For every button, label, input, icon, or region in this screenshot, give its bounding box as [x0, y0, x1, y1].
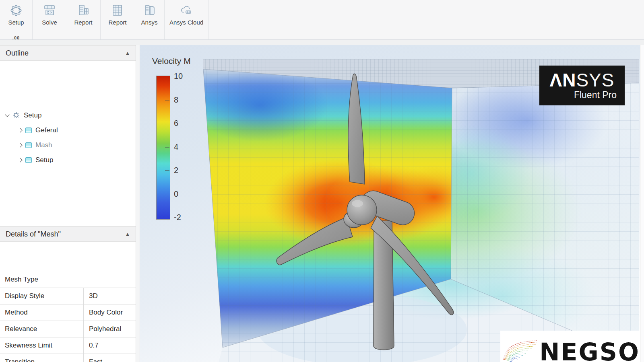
colorbar-tick: 0: [174, 189, 194, 199]
property-label: Mesh Type: [0, 272, 136, 288]
tree-item-label: Setup: [24, 111, 41, 119]
viewport-scrollbar[interactable]: [640, 45, 644, 362]
table-row[interactable]: Display Style 3D: [0, 288, 136, 304]
details-table: Mesh Type Display Style 3D Method Body C…: [0, 272, 136, 362]
ansys-product-name: Fluent Pro: [539, 90, 625, 101]
outline-tree: Setup Geferal Mash Setup: [0, 108, 136, 167]
module-icon: [25, 142, 32, 148]
collapse-triangle-icon[interactable]: ▲: [125, 50, 130, 56]
module-icon: [25, 128, 32, 133]
window-divider-strip: [0, 40, 644, 45]
tree-item-label: Setup: [35, 156, 53, 164]
property-label: Relevance: [0, 321, 83, 337]
toolbar-item-label: Ansys Cloud: [169, 19, 203, 26]
tree-item-geferal[interactable]: Geferal: [0, 123, 136, 138]
tree-item-setup-root[interactable]: Setup: [0, 108, 136, 123]
panel-divider: [140, 45, 140, 362]
colorbar-tickmark: [165, 100, 169, 101]
colorbar-tick: 2: [174, 166, 194, 175]
ansys-wordmark-bold: ΛN: [550, 70, 576, 90]
outline-title: Outline: [6, 49, 29, 58]
solve-tables-icon: [43, 4, 56, 17]
colorbar-tick: 6: [174, 119, 194, 128]
table-row[interactable]: Transition Fast: [0, 354, 136, 362]
property-label: Transition: [0, 354, 83, 362]
property-value[interactable]: Body Color: [83, 304, 136, 321]
table-row[interactable]: Method Body Color: [0, 304, 136, 321]
table-row[interactable]: Skewness Limit 0.7: [0, 337, 136, 354]
toolbar-separator: [208, 0, 208, 39]
chevron-right-icon[interactable]: [18, 158, 22, 162]
gear-dots-icon: [10, 4, 23, 17]
toolbar-item-label: Solve: [42, 19, 57, 26]
module-icon: [25, 157, 32, 163]
property-value[interactable]: Polyhedral: [83, 321, 136, 337]
table-row[interactable]: Mesh Type: [0, 272, 136, 288]
property-value[interactable]: 3D: [83, 288, 136, 304]
toolbar-item-ansys-cloud[interactable]: Ansys Cloud: [165, 0, 208, 39]
toolbar-item-setup[interactable]: Setup .00: [0, 0, 32, 39]
velocity-colorbar: [156, 76, 170, 220]
gear-icon: [12, 111, 20, 119]
tree-item-setup-child[interactable]: Setup: [0, 152, 136, 167]
toolbar-item-label: Report: [74, 19, 92, 26]
graphics-viewport[interactable]: Velocity M 10 8 6 4 2 0 -2 ΛNSYS Fluent …: [140, 45, 640, 362]
toolbar-item-report-1[interactable]: Report: [66, 0, 100, 39]
toolbar-item-label: Setup: [8, 19, 24, 26]
colorbar-tick: 8: [174, 95, 194, 105]
colorbar-tick: -2: [174, 213, 194, 222]
collapse-triangle-icon[interactable]: ▲: [125, 231, 130, 237]
colorbar-tick: 10: [174, 72, 194, 81]
ansys-fluent-logo: ΛNSYS Fluent Pro: [539, 66, 625, 105]
toolbar-item-label: Ansys: [141, 19, 158, 26]
property-label: Skewness Limit: [0, 337, 83, 354]
toolbar-item-report-2[interactable]: Report: [101, 0, 134, 39]
property-label: Display Style: [0, 288, 83, 304]
table-row[interactable]: Relevance Polyhedral: [0, 321, 136, 337]
report-table-icon: [111, 4, 124, 17]
setup-partial-text: .00: [12, 35, 20, 40]
report-panels-icon: [77, 4, 90, 17]
toolbar-item-label: Report: [108, 19, 126, 26]
colorbar-tickmark: [165, 170, 169, 171]
cloud-icon: [180, 4, 193, 17]
chevron-down-icon[interactable]: [5, 112, 9, 117]
details-title: Details of "Mesh": [6, 230, 61, 239]
pages-icon: [143, 4, 156, 17]
toolbar-item-ansys[interactable]: Ansys: [134, 0, 164, 39]
tree-item-label: Geferal: [35, 126, 58, 134]
left-panel: Outline ▲ Setup Geferal Mash: [0, 45, 136, 362]
tree-item-label: Mash: [35, 141, 52, 149]
negso-watermark: NEGSO: [500, 331, 640, 362]
negso-wordmark: NEGSO: [539, 338, 640, 362]
mesh-swirl-icon: [500, 331, 539, 362]
ribbon-toolbar: Setup .00 Solve Report: [0, 0, 644, 40]
property-value[interactable]: 0.7: [83, 337, 136, 354]
chevron-right-icon[interactable]: [18, 128, 22, 132]
property-label: Method: [0, 304, 83, 321]
toolbar-item-solve[interactable]: Solve: [33, 0, 66, 39]
details-header[interactable]: Details of "Mesh" ▲: [0, 226, 136, 242]
ansys-wordmark-light: SYS: [576, 70, 614, 90]
outline-header[interactable]: Outline ▲: [0, 45, 136, 61]
turbine-hub: [347, 195, 377, 225]
legend-title: Velocity M: [152, 56, 191, 66]
ansys-wordmark: ΛNSYS: [539, 71, 625, 89]
chevron-right-icon[interactable]: [18, 143, 22, 147]
property-value[interactable]: Fast: [83, 354, 136, 362]
colorbar-tick: 4: [174, 142, 194, 152]
panel-divider-gap: [136, 45, 140, 362]
tree-item-mash[interactable]: Mash: [0, 138, 136, 152]
colorbar-tickmark: [165, 147, 169, 148]
